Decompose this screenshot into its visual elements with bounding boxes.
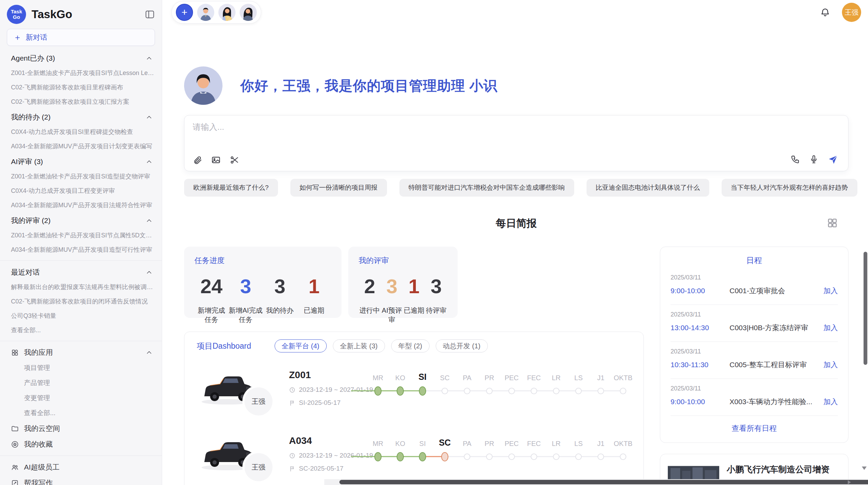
suggestion-chip[interactable]: 欧洲新规最近颁布了什么? bbox=[184, 179, 278, 197]
chevron-up-icon[interactable] bbox=[145, 349, 153, 356]
sidebar-storage-item[interactable]: 我的云空间 bbox=[0, 421, 162, 436]
sidebar-tool-item[interactable]: AI超级员工 bbox=[0, 459, 162, 475]
divider bbox=[0, 456, 162, 456]
chevron-up-icon[interactable] bbox=[145, 269, 153, 276]
attachment-icon[interactable] bbox=[193, 155, 202, 165]
microphone-icon[interactable] bbox=[809, 154, 819, 164]
clock-icon bbox=[289, 452, 296, 459]
project-row[interactable]: 王强 A034 2023-12-19 ~ 2026-01-19 bbox=[191, 432, 637, 484]
milestone: KO bbox=[389, 368, 411, 400]
member-avatar[interactable] bbox=[218, 4, 236, 21]
project-row[interactable]: 王强 Z001 2023-12-19 ~ 2027-01-19 bbox=[191, 366, 637, 418]
my-apps-label: 我的应用 bbox=[24, 348, 145, 357]
suggestion-chip[interactable]: 如何写一份清晰的项目周报 bbox=[290, 179, 387, 197]
project-date-range: 2023-12-19 ~ 2026-01-19 bbox=[299, 452, 373, 459]
chevron-up-icon[interactable] bbox=[145, 217, 153, 224]
dashboard-tab[interactable]: 动总开发 (1) bbox=[436, 339, 488, 352]
sidebar-item[interactable]: C0X4-动力总成开发项目SI里程碑提交物检查 bbox=[0, 125, 162, 139]
join-link[interactable]: 加入 bbox=[823, 286, 838, 296]
recent-view-all[interactable]: 查看全部... bbox=[0, 323, 162, 337]
suggestion-chip[interactable]: 特朗普可能对进口汽车增税会对中国车企造成哪些影响 bbox=[399, 179, 574, 197]
sidebar-item[interactable]: C02-飞腾新能源轻客改款项目里程碑画布 bbox=[0, 80, 162, 95]
dashboard-tab[interactable]: 全新上装 (3) bbox=[333, 339, 385, 352]
sidebar-item[interactable]: A034-全新新能源MUV产品开发项目计划变更表编写 bbox=[0, 139, 162, 153]
sidebar-group-header[interactable]: AI评审 (3) bbox=[0, 153, 162, 169]
sidebar-item[interactable]: Z001-全新燃油皮卡产品开发项目SI节点Lesson Learn报告 bbox=[0, 66, 162, 80]
stat-value: 3 bbox=[381, 275, 403, 298]
sidebar-group-header[interactable]: 我的评审 (2) bbox=[0, 212, 162, 228]
divider bbox=[0, 341, 162, 341]
add-member-button[interactable]: + bbox=[176, 4, 193, 21]
milestone-dot bbox=[486, 453, 493, 460]
join-link[interactable]: 加入 bbox=[823, 360, 838, 370]
stat-value: 24 bbox=[194, 275, 229, 298]
user-avatar[interactable]: 王强 bbox=[842, 3, 861, 22]
project-name: Z001 bbox=[289, 370, 373, 381]
app-sub-item[interactable]: 项目管理 bbox=[0, 360, 162, 375]
app-sub-item[interactable]: 变更管理 bbox=[0, 390, 162, 406]
chevron-up-icon[interactable] bbox=[145, 158, 153, 165]
sidebar-collapse-icon[interactable] bbox=[145, 9, 155, 20]
milestone-label: PA bbox=[463, 433, 471, 448]
sidebar-group-title: Agent已办 (3) bbox=[11, 53, 145, 63]
schedule-item: 2025/03/11 9:00-10:00 X003-车辆动力学性能验... 加… bbox=[671, 378, 838, 415]
recent-chats-title: 最近对话 bbox=[11, 268, 145, 277]
flag-icon bbox=[289, 400, 296, 406]
app-sub-item[interactable]: 产品管理 bbox=[0, 375, 162, 390]
milestone: PEC bbox=[501, 368, 523, 400]
scissors-icon[interactable] bbox=[230, 155, 239, 165]
milestone-label: OKTB bbox=[614, 433, 632, 448]
chevron-up-icon[interactable] bbox=[145, 113, 153, 121]
member-avatar[interactable] bbox=[197, 4, 214, 21]
milestone-dot bbox=[464, 388, 470, 394]
view-all-schedule-link[interactable]: 查看所有日程 bbox=[671, 415, 838, 437]
sidebar-storage-item[interactable]: 我的收藏 bbox=[0, 436, 162, 452]
chat-input[interactable] bbox=[193, 122, 840, 132]
milestone-dot bbox=[508, 388, 515, 394]
milestone-label: PR bbox=[485, 368, 494, 382]
recent-chat-item[interactable]: C02-飞腾新能源轻客改款项目的闭环通告反馈情况 bbox=[0, 294, 162, 309]
image-upload-icon[interactable] bbox=[211, 155, 221, 165]
stats-card: 任务进度 24 新增完成任务 3 bbox=[184, 247, 341, 318]
stat-label: 新增AI完成任务 bbox=[229, 306, 263, 324]
sidebar-tool-item[interactable]: 帮我写作 bbox=[0, 475, 162, 485]
sidebar-item[interactable]: Z001-全新燃油轻卡产品开发项目SI节点属性5D文件评审 bbox=[0, 228, 162, 242]
vertical-scrollbar-thumb[interactable] bbox=[864, 252, 867, 365]
notification-bell-icon[interactable] bbox=[820, 7, 830, 17]
sidebar-item[interactable]: C0X4-动力总成开发项目工程变更评审 bbox=[0, 184, 162, 198]
milestone: PEC bbox=[501, 433, 523, 465]
join-link[interactable]: 加入 bbox=[823, 397, 838, 407]
sidebar-group-header[interactable]: Agent已办 (3) bbox=[0, 50, 162, 66]
schedule-card: 日程 2025/03/11 9:00-10:00 C001-立项审批会 加入 bbox=[660, 247, 848, 443]
suggestion-chip[interactable]: 当下年轻人对汽车外观有怎样的喜好趋势 bbox=[722, 179, 857, 197]
member-avatar[interactable] bbox=[240, 4, 257, 21]
horizontal-scrollbar-thumb[interactable] bbox=[339, 480, 868, 484]
sidebar-item[interactable]: A034-全新新能源MUV产品开发项目法规符合性评审 bbox=[0, 198, 162, 212]
chevron-up-icon[interactable] bbox=[145, 54, 153, 62]
milestone-label: PA bbox=[463, 368, 471, 382]
milestone-dot bbox=[575, 453, 582, 460]
apps-view-all[interactable]: 查看全部... bbox=[0, 406, 162, 421]
sidebar-item[interactable]: A034-全新新能源MUV产品开发项目造型可行性评审 bbox=[0, 242, 162, 257]
milestone: KO bbox=[389, 433, 411, 465]
sidebar-item[interactable]: C02-飞腾新能源轻客改款项目立项汇报方案 bbox=[0, 95, 162, 109]
suggestion-chip[interactable]: 比亚迪全固态电池计划具体说了什么 bbox=[587, 179, 709, 197]
flag-icon bbox=[289, 465, 296, 472]
scroll-right-arrow-icon[interactable] bbox=[848, 480, 851, 484]
new-chat-button[interactable]: ＋ 新对话 bbox=[7, 29, 155, 46]
sidebar-item-my-apps[interactable]: 我的应用 bbox=[0, 345, 162, 360]
milestone-label: J1 bbox=[597, 368, 604, 382]
sidebar-item[interactable]: Z001-全新燃油轻卡产品开发项目SI造型提交物评审 bbox=[0, 169, 162, 184]
recent-chat-item[interactable]: 公司Q3轻卡销量 bbox=[0, 309, 162, 323]
layout-grid-icon[interactable] bbox=[827, 217, 838, 229]
recent-chats-header[interactable]: 最近对话 bbox=[0, 264, 162, 280]
dashboard-tab[interactable]: 年型 (2) bbox=[391, 339, 430, 352]
phone-call-icon[interactable] bbox=[791, 154, 800, 164]
sidebar-group-title: 我的待办 (2) bbox=[11, 112, 145, 122]
send-icon[interactable] bbox=[828, 154, 839, 165]
sidebar-group-header[interactable]: 我的待办 (2) bbox=[0, 109, 162, 125]
join-link[interactable]: 加入 bbox=[823, 323, 838, 333]
scroll-down-arrow-icon[interactable] bbox=[862, 467, 867, 470]
recent-chat-item[interactable]: 解释最新出台的欧盟报废车法规再生塑料比例被调至15%... bbox=[0, 280, 162, 294]
dashboard-tab[interactable]: 全新平台 (4) bbox=[275, 339, 327, 352]
